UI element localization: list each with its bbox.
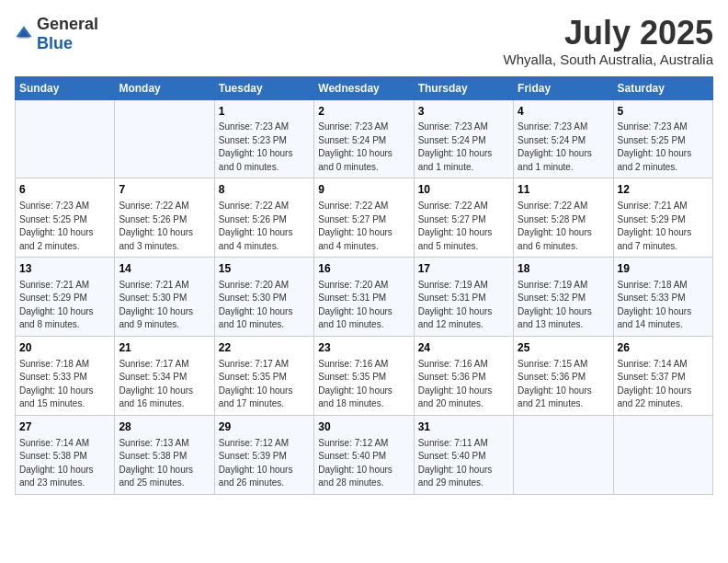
calendar-table: SundayMondayTuesdayWednesdayThursdayFrid… — [15, 76, 713, 495]
calendar-cell: 21Sunrise: 7:17 AM Sunset: 5:34 PM Dayli… — [115, 336, 214, 415]
weekday-header-wednesday: Wednesday — [314, 76, 414, 99]
calendar-cell: 4Sunrise: 7:23 AM Sunset: 5:24 PM Daylig… — [514, 99, 613, 178]
day-number: 13 — [19, 261, 110, 277]
calendar-cell: 1Sunrise: 7:23 AM Sunset: 5:23 PM Daylig… — [214, 99, 313, 178]
weekday-header-saturday: Saturday — [613, 76, 712, 99]
calendar-cell: 31Sunrise: 7:11 AM Sunset: 5:40 PM Dayli… — [414, 415, 513, 494]
day-info: Sunrise: 7:21 AM Sunset: 5:29 PM Dayligh… — [618, 200, 709, 253]
calendar-cell: 8Sunrise: 7:22 AM Sunset: 5:26 PM Daylig… — [214, 178, 313, 258]
day-info: Sunrise: 7:20 AM Sunset: 5:31 PM Dayligh… — [318, 279, 409, 332]
day-info: Sunrise: 7:18 AM Sunset: 5:33 PM Dayligh… — [618, 279, 709, 332]
location-title: Whyalla, South Australia, Australia — [504, 52, 713, 67]
day-number: 7 — [119, 182, 210, 198]
day-info: Sunrise: 7:19 AM Sunset: 5:31 PM Dayligh… — [418, 279, 509, 332]
calendar-cell: 24Sunrise: 7:16 AM Sunset: 5:36 PM Dayli… — [414, 336, 513, 415]
calendar-cell: 16Sunrise: 7:20 AM Sunset: 5:31 PM Dayli… — [314, 258, 414, 337]
calendar-cell: 13Sunrise: 7:21 AM Sunset: 5:29 PM Dayli… — [16, 258, 115, 337]
day-info: Sunrise: 7:20 AM Sunset: 5:30 PM Dayligh… — [219, 279, 310, 332]
calendar-cell: 20Sunrise: 7:18 AM Sunset: 5:33 PM Dayli… — [16, 336, 115, 415]
day-number: 24 — [418, 340, 509, 356]
day-info: Sunrise: 7:13 AM Sunset: 5:38 PM Dayligh… — [119, 437, 210, 490]
calendar-cell — [514, 415, 613, 494]
day-number: 29 — [219, 419, 310, 435]
day-number: 8 — [219, 182, 310, 198]
weekday-header-monday: Monday — [115, 76, 214, 99]
calendar-cell: 23Sunrise: 7:16 AM Sunset: 5:35 PM Dayli… — [314, 336, 414, 415]
day-number: 31 — [418, 419, 509, 435]
calendar-cell: 10Sunrise: 7:22 AM Sunset: 5:27 PM Dayli… — [414, 178, 513, 258]
logo-text-general: General — [37, 15, 98, 33]
day-number: 11 — [518, 182, 609, 198]
day-number: 23 — [318, 340, 409, 356]
day-info: Sunrise: 7:21 AM Sunset: 5:30 PM Dayligh… — [119, 279, 210, 332]
day-info: Sunrise: 7:16 AM Sunset: 5:35 PM Dayligh… — [318, 358, 409, 411]
week-row-4: 20Sunrise: 7:18 AM Sunset: 5:33 PM Dayli… — [16, 336, 713, 415]
day-number: 15 — [219, 261, 310, 277]
day-number: 17 — [418, 261, 509, 277]
calendar-cell: 14Sunrise: 7:21 AM Sunset: 5:30 PM Dayli… — [115, 258, 214, 337]
weekday-header-row: SundayMondayTuesdayWednesdayThursdayFrid… — [16, 76, 713, 99]
calendar-cell: 17Sunrise: 7:19 AM Sunset: 5:31 PM Dayli… — [414, 258, 513, 337]
day-info: Sunrise: 7:18 AM Sunset: 5:33 PM Dayligh… — [19, 358, 110, 411]
calendar-cell: 6Sunrise: 7:23 AM Sunset: 5:25 PM Daylig… — [16, 178, 115, 258]
day-info: Sunrise: 7:22 AM Sunset: 5:26 PM Dayligh… — [119, 200, 210, 253]
calendar-cell — [16, 99, 115, 178]
day-info: Sunrise: 7:23 AM Sunset: 5:24 PM Dayligh… — [418, 121, 509, 174]
day-number: 16 — [318, 261, 409, 277]
calendar-cell: 22Sunrise: 7:17 AM Sunset: 5:35 PM Dayli… — [214, 336, 313, 415]
day-info: Sunrise: 7:23 AM Sunset: 5:25 PM Dayligh… — [618, 121, 709, 174]
day-info: Sunrise: 7:15 AM Sunset: 5:36 PM Dayligh… — [518, 358, 609, 411]
day-info: Sunrise: 7:21 AM Sunset: 5:29 PM Dayligh… — [19, 279, 110, 332]
day-info: Sunrise: 7:17 AM Sunset: 5:34 PM Dayligh… — [119, 358, 210, 411]
title-section: July 2025 Whyalla, South Australia, Aust… — [504, 15, 713, 67]
day-number: 2 — [318, 104, 409, 120]
day-info: Sunrise: 7:22 AM Sunset: 5:28 PM Dayligh… — [518, 200, 609, 253]
day-number: 25 — [518, 340, 609, 356]
day-number: 18 — [518, 261, 609, 277]
calendar-cell: 9Sunrise: 7:22 AM Sunset: 5:27 PM Daylig… — [314, 178, 414, 258]
calendar-cell: 12Sunrise: 7:21 AM Sunset: 5:29 PM Dayli… — [613, 178, 712, 258]
day-info: Sunrise: 7:16 AM Sunset: 5:36 PM Dayligh… — [418, 358, 509, 411]
week-row-5: 27Sunrise: 7:14 AM Sunset: 5:38 PM Dayli… — [16, 415, 713, 494]
logo: General Blue — [15, 15, 98, 53]
day-number: 3 — [418, 104, 509, 120]
day-number: 1 — [219, 104, 310, 120]
day-info: Sunrise: 7:17 AM Sunset: 5:35 PM Dayligh… — [219, 358, 310, 411]
day-number: 26 — [618, 340, 709, 356]
day-info: Sunrise: 7:14 AM Sunset: 5:37 PM Dayligh… — [618, 358, 709, 411]
calendar-cell — [115, 99, 214, 178]
calendar-cell: 18Sunrise: 7:19 AM Sunset: 5:32 PM Dayli… — [514, 258, 613, 337]
day-number: 14 — [119, 261, 210, 277]
calendar-cell: 19Sunrise: 7:18 AM Sunset: 5:33 PM Dayli… — [613, 258, 712, 337]
day-number: 6 — [19, 182, 110, 198]
calendar-cell: 3Sunrise: 7:23 AM Sunset: 5:24 PM Daylig… — [414, 99, 513, 178]
calendar-cell: 25Sunrise: 7:15 AM Sunset: 5:36 PM Dayli… — [514, 336, 613, 415]
calendar-cell: 2Sunrise: 7:23 AM Sunset: 5:24 PM Daylig… — [314, 99, 414, 178]
week-row-3: 13Sunrise: 7:21 AM Sunset: 5:29 PM Dayli… — [16, 258, 713, 337]
day-number: 10 — [418, 182, 509, 198]
day-number: 21 — [119, 340, 210, 356]
day-info: Sunrise: 7:12 AM Sunset: 5:39 PM Dayligh… — [219, 437, 310, 490]
calendar-cell: 7Sunrise: 7:22 AM Sunset: 5:26 PM Daylig… — [115, 178, 214, 258]
logo-icon — [15, 25, 33, 43]
day-info: Sunrise: 7:22 AM Sunset: 5:27 PM Dayligh… — [418, 200, 509, 253]
day-info: Sunrise: 7:23 AM Sunset: 5:25 PM Dayligh… — [19, 200, 110, 253]
day-info: Sunrise: 7:12 AM Sunset: 5:40 PM Dayligh… — [318, 437, 409, 490]
day-number: 9 — [318, 182, 409, 198]
calendar-cell: 27Sunrise: 7:14 AM Sunset: 5:38 PM Dayli… — [16, 415, 115, 494]
day-info: Sunrise: 7:22 AM Sunset: 5:26 PM Dayligh… — [219, 200, 310, 253]
calendar-cell: 29Sunrise: 7:12 AM Sunset: 5:39 PM Dayli… — [214, 415, 313, 494]
day-info: Sunrise: 7:23 AM Sunset: 5:23 PM Dayligh… — [219, 121, 310, 174]
calendar-cell: 28Sunrise: 7:13 AM Sunset: 5:38 PM Dayli… — [115, 415, 214, 494]
day-info: Sunrise: 7:22 AM Sunset: 5:27 PM Dayligh… — [318, 200, 409, 253]
calendar-cell: 11Sunrise: 7:22 AM Sunset: 5:28 PM Dayli… — [514, 178, 613, 258]
week-row-1: 1Sunrise: 7:23 AM Sunset: 5:23 PM Daylig… — [16, 99, 713, 178]
day-info: Sunrise: 7:23 AM Sunset: 5:24 PM Dayligh… — [518, 121, 609, 174]
day-number: 12 — [618, 182, 709, 198]
header: General Blue July 2025 Whyalla, South Au… — [15, 15, 713, 67]
calendar-cell: 26Sunrise: 7:14 AM Sunset: 5:37 PM Dayli… — [613, 336, 712, 415]
week-row-2: 6Sunrise: 7:23 AM Sunset: 5:25 PM Daylig… — [16, 178, 713, 258]
day-info: Sunrise: 7:23 AM Sunset: 5:24 PM Dayligh… — [318, 121, 409, 174]
day-number: 4 — [518, 104, 609, 120]
day-info: Sunrise: 7:19 AM Sunset: 5:32 PM Dayligh… — [518, 279, 609, 332]
